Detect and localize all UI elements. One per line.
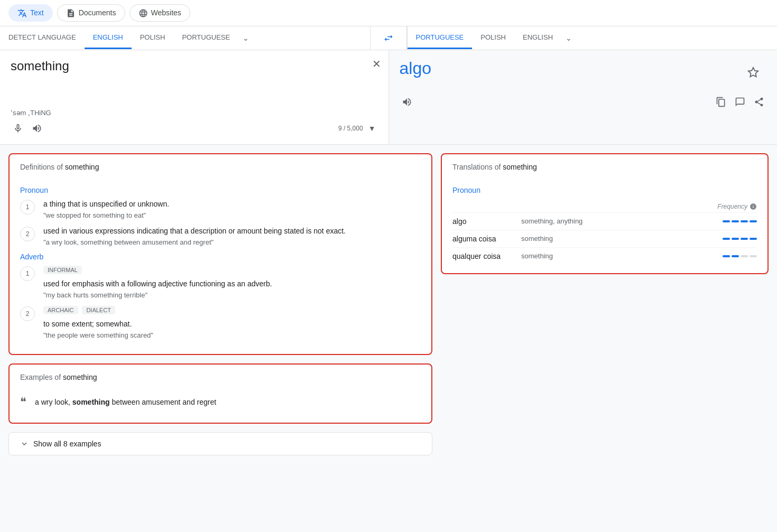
pos-pronoun-def: Pronoun [20, 186, 421, 194]
definitions-card: Definitions of something Pronoun 1 a thi… [8, 153, 432, 355]
tag-dialect: DIALECT [82, 306, 115, 314]
freq-bars-2 [723, 238, 757, 240]
target-panel-inner: algo [400, 59, 767, 90]
def-text-2: used in various expressions indicating t… [43, 226, 421, 246]
top-tab-bar: Text Documents Websites [0, 0, 777, 26]
example-item-1: ❝ a wry look, something between amusemen… [20, 390, 421, 414]
freq-bars-1 [723, 220, 757, 222]
def-item-3: 1 INFORMAL used for emphasis with a foll… [20, 265, 421, 299]
feedback-button[interactable] [733, 95, 747, 109]
trans-row-2: alguma coisa something [452, 230, 757, 247]
tab-websites-label: Websites [151, 8, 181, 17]
globe-icon [138, 8, 148, 18]
share-button[interactable] [752, 95, 766, 109]
swap-languages-button[interactable] [375, 26, 402, 50]
clear-button[interactable]: ✕ [372, 58, 381, 70]
freq-bar [750, 238, 757, 240]
lang-portuguese-tgt[interactable]: PORTUGUESE [408, 27, 473, 49]
freq-bar [750, 255, 757, 257]
svg-marker-0 [748, 68, 758, 77]
tag-informal: INFORMAL [43, 266, 82, 274]
freq-bar [750, 220, 757, 222]
target-lang-more[interactable]: ⌄ [561, 27, 576, 49]
tab-documents[interactable]: Documents [57, 4, 125, 22]
show-all-examples-button[interactable]: Show all 8 examples [8, 432, 432, 455]
copy-button[interactable] [714, 95, 728, 109]
tab-websites[interactable]: Websites [130, 4, 190, 22]
freq-bar [732, 255, 739, 257]
freq-bar [723, 255, 730, 257]
lang-english[interactable]: ENGLISH [85, 27, 132, 49]
left-column: Definitions of something Pronoun 1 a thi… [8, 153, 432, 455]
trans-row-3: qualquer coisa something [452, 247, 757, 265]
translate-icon [17, 8, 27, 18]
target-lang-panel: PORTUGUESE POLISH ENGLISH ⌄ [407, 26, 778, 50]
freq-bar [732, 220, 739, 222]
examples-card: Examples of something ❝ a wry look, some… [8, 363, 432, 424]
translations-content: Pronoun Frequency algo something, anythi… [442, 175, 767, 273]
def-text-1: a thing that is unspecified or unknown. … [43, 199, 421, 219]
trans-meanings-2: something [521, 235, 723, 242]
quote-icon: ❝ [20, 396, 26, 408]
examples-header: Examples of something [10, 365, 431, 386]
source-text-input[interactable]: something [11, 59, 378, 103]
trans-word-3: qualquer coisa [452, 252, 521, 260]
right-column: Translations of something Pronoun Freque… [441, 153, 769, 455]
target-speaker-button[interactable] [400, 95, 414, 109]
show-all-label: Show all 8 examples [33, 440, 101, 448]
freq-bar [741, 238, 748, 240]
def-item-2: 2 used in various expressions indicating… [20, 226, 421, 246]
lang-polish-tgt[interactable]: POLISH [472, 27, 514, 49]
definitions-content: Pronoun 1 a thing that is unspecified or… [10, 175, 431, 354]
freq-bar [741, 220, 748, 222]
document-icon [66, 8, 76, 18]
main-content: Definitions of something Pronoun 1 a thi… [0, 145, 777, 464]
trans-meanings-3: something [521, 252, 723, 260]
translations-header: Translations of something [442, 154, 767, 175]
source-lang-more[interactable]: ⌄ [238, 27, 253, 49]
translate-area: something ✕ ˈsəm ˌTHiNG 9 / 5,000 ▼ algo [0, 50, 777, 145]
def-text-3: INFORMAL used for emphasis with a follow… [43, 265, 421, 299]
target-panel: algo [389, 50, 778, 144]
def-item-1: 1 a thing that is unspecified or unknown… [20, 199, 421, 219]
pos-adverb-def: Adverb [20, 253, 421, 261]
freq-bar [732, 238, 739, 240]
lang-english-tgt[interactable]: ENGLISH [514, 27, 561, 49]
freq-bars-3 [723, 255, 757, 257]
lang-detect[interactable]: DETECT LANGUAGE [0, 27, 85, 49]
translations-table-header: Frequency [452, 199, 757, 212]
def-text-4: ARCHAIC DIALECT to some extent; somewhat… [43, 305, 421, 339]
tab-text-label: Text [30, 8, 44, 17]
mic-button[interactable] [11, 121, 25, 136]
def-num-1: 1 [20, 200, 35, 214]
trans-word-1: algo [452, 217, 521, 226]
lang-polish-src[interactable]: POLISH [132, 27, 174, 49]
trans-row-1: algo something, anything [452, 212, 757, 230]
source-lang-panel: DETECT LANGUAGE ENGLISH POLISH PORTUGUES… [0, 26, 370, 50]
source-actions: 9 / 5,000 ▼ [11, 121, 378, 136]
pos-pronoun-trans: Pronoun [452, 186, 757, 194]
target-actions [400, 95, 767, 109]
freq-bar [723, 220, 730, 222]
translation-text: algo [400, 59, 767, 90]
tab-text[interactable]: Text [8, 4, 53, 22]
def-num-3: 1 [20, 266, 35, 281]
language-bar: DETECT LANGUAGE ENGLISH POLISH PORTUGUES… [0, 26, 777, 50]
def-num-2: 2 [20, 227, 35, 241]
def-num-4: 2 [20, 306, 35, 321]
more-options-button[interactable]: ▼ [366, 122, 378, 135]
phonetic-text: ˈsəm ˌTHiNG [11, 109, 378, 117]
speaker-button[interactable] [30, 121, 44, 136]
source-panel: something ✕ ˈsəm ˌTHiNG 9 / 5,000 ▼ [0, 50, 389, 144]
tag-archaic: ARCHAIC [43, 306, 78, 314]
translations-card: Translations of something Pronoun Freque… [441, 153, 769, 274]
favorite-button[interactable] [747, 66, 759, 79]
char-count: 9 / 5,000 ▼ [338, 122, 378, 135]
trans-word-2: alguma coisa [452, 235, 521, 243]
freq-bar [741, 255, 748, 257]
lang-portuguese-src[interactable]: PORTUGUESE [173, 27, 238, 49]
examples-content: ❝ a wry look, something between amusemen… [10, 386, 431, 423]
frequency-label: Frequency [717, 203, 757, 210]
definitions-header: Definitions of something [10, 154, 431, 175]
tab-documents-label: Documents [79, 8, 116, 17]
